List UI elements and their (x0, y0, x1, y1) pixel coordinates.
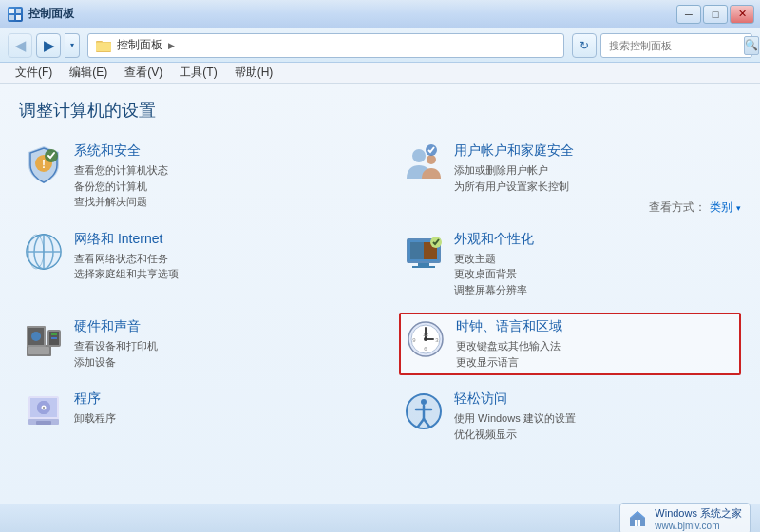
category-clock-language[interactable]: 12 6 9 3 时钟、语言和区域 更改键盘或其他输入法 更改显示语言 (399, 313, 741, 375)
svg-rect-2 (10, 15, 14, 20)
svg-rect-7 (96, 43, 111, 51)
system-security-link-1[interactable]: 查看您的计算机状态 (74, 162, 357, 179)
house-icon (628, 509, 647, 528)
address-bar: 控制面板 ▶ (87, 33, 564, 58)
svg-text:12: 12 (423, 332, 429, 337)
clock-language-link-2[interactable]: 更改显示语言 (456, 354, 735, 370)
search-button[interactable]: 🔍 (744, 36, 759, 55)
navigation-bar: ◀ ▶ ▾ 控制面板 ▶ ↻ 🔍 (0, 28, 760, 63)
hardware-link-2[interactable]: 添加设备 (74, 354, 357, 370)
network-text: 网络和 Internet 查看网络状态和任务 选择家庭组和共享选项 (74, 231, 357, 282)
clock-language-link-1[interactable]: 更改键盘或其他输入法 (456, 338, 735, 354)
view-dropdown-arrow[interactable]: ▾ (736, 203, 741, 213)
ease-access-link-1[interactable]: 使用 Windows 建议的设置 (454, 410, 737, 427)
maximize-button[interactable]: □ (703, 5, 728, 24)
category-system-security[interactable]: ! 系统和安全 查看您的计算机状态 备份您的计算机 查找并解决问题 (19, 137, 361, 216)
user-accounts-links: 添加或删除用户帐户 为所有用户设置家长控制 (454, 162, 737, 194)
network-title[interactable]: 网络和 Internet (74, 231, 357, 248)
user-accounts-link-2[interactable]: 为所有用户设置家长控制 (454, 179, 737, 195)
hardware-links: 查看设备和打印机 添加设备 (74, 338, 357, 370)
svg-point-11 (412, 149, 426, 162)
appearance-text: 外观和个性化 更改主题 更改桌面背景 调整屏幕分辨率 (454, 231, 737, 298)
svg-rect-1 (16, 9, 21, 13)
view-label: 查看方式： (649, 200, 706, 216)
refresh-button[interactable]: ↻ (572, 33, 597, 58)
clock-language-text: 时钟、语言和区域 更改键盘或其他输入法 更改显示语言 (456, 318, 735, 370)
minimize-button[interactable]: ─ (676, 5, 701, 24)
user-accounts-title[interactable]: 用户帐户和家庭安全 (454, 142, 737, 160)
user-accounts-link-1[interactable]: 添加或删除用户帐户 (454, 162, 737, 179)
category-network[interactable]: 网络和 Internet 查看网络状态和任务 选择家庭组和共享选项 (19, 225, 361, 304)
title-bar-left: 控制面板 (8, 6, 74, 22)
forward-button[interactable]: ▶ (36, 33, 61, 58)
svg-rect-25 (418, 263, 429, 266)
svg-point-53 (43, 407, 45, 408)
category-hardware[interactable]: 硬件和声音 查看设备和打印机 添加设备 (19, 313, 361, 375)
appearance-link-2[interactable]: 更改桌面背景 (454, 266, 737, 282)
menu-view[interactable]: 查看(V) (117, 63, 170, 83)
watermark: Windows 系统之家 www.bjmlv.com (619, 503, 750, 533)
system-security-icon: ! (23, 142, 65, 184)
menu-tools[interactable]: 工具(T) (172, 63, 224, 83)
category-programs[interactable]: 程序 卸载程序 (19, 385, 361, 447)
window-title: 控制面板 (28, 6, 74, 22)
system-security-title[interactable]: 系统和安全 (74, 142, 357, 160)
hardware-icon (23, 318, 65, 360)
page-title: 调整计算机的设置 (19, 99, 741, 122)
ease-access-title[interactable]: 轻松访问 (454, 390, 737, 408)
svg-point-41 (424, 337, 428, 341)
hardware-link-1[interactable]: 查看设备和打印机 (74, 338, 357, 354)
network-link-1[interactable]: 查看网络状态和任务 (74, 251, 357, 267)
appearance-link-3[interactable]: 调整屏幕分辨率 (454, 282, 737, 298)
system-security-links: 查看您的计算机状态 备份您的计算机 查找并解决问题 (74, 162, 357, 210)
programs-title[interactable]: 程序 (74, 390, 357, 408)
appearance-title[interactable]: 外观和个性化 (454, 231, 737, 248)
svg-point-12 (427, 155, 436, 164)
view-mode[interactable]: 类别 (710, 200, 732, 216)
svg-rect-35 (51, 333, 57, 335)
programs-links: 卸载程序 (74, 410, 357, 427)
menu-edit[interactable]: 编辑(E) (62, 63, 115, 83)
ease-access-text: 轻松访问 使用 Windows 建议的设置 优化视频显示 (454, 390, 737, 442)
clock-language-title[interactable]: 时钟、语言和区域 (456, 318, 735, 335)
programs-text: 程序 卸载程序 (74, 390, 357, 427)
system-security-link-2[interactable]: 备份您的计算机 (74, 179, 357, 195)
user-accounts-icon (403, 142, 445, 184)
watermark-info: Windows 系统之家 www.bjmlv.com (655, 506, 742, 531)
svg-rect-36 (51, 337, 57, 339)
svg-rect-3 (16, 15, 21, 20)
programs-icon (23, 390, 65, 432)
category-appearance[interactable]: 外观和个性化 更改主题 更改桌面背景 调整屏幕分辨率 (399, 225, 741, 304)
svg-point-32 (31, 332, 41, 341)
network-link-2[interactable]: 选择家庭组和共享选项 (74, 266, 357, 282)
menu-file[interactable]: 文件(F) (8, 63, 60, 83)
history-dropdown[interactable]: ▾ (65, 33, 80, 58)
ease-access-links: 使用 Windows 建议的设置 优化视频显示 (454, 410, 737, 442)
system-security-link-3[interactable]: 查找并解决问题 (74, 194, 357, 210)
hardware-title[interactable]: 硬件和声音 (74, 318, 357, 335)
search-input[interactable] (609, 40, 740, 51)
ease-access-link-2[interactable]: 优化视频显示 (454, 427, 737, 443)
ease-access-icon (403, 390, 445, 432)
watermark-url: www.bjmlv.com (655, 521, 742, 531)
svg-text:!: ! (42, 158, 46, 171)
programs-link-1[interactable]: 卸载程序 (74, 410, 357, 427)
search-bar: 🔍 (600, 33, 752, 58)
content-area: 调整计算机的设置 查看方式： 类别 ▾ ! (0, 84, 760, 504)
user-accounts-text: 用户帐户和家庭安全 添加或删除用户帐户 为所有用户设置家长控制 (454, 142, 737, 194)
window-icon (8, 7, 23, 22)
hardware-text: 硬件和声音 查看设备和打印机 添加设备 (74, 318, 357, 370)
svg-point-56 (421, 399, 427, 405)
back-button[interactable]: ◀ (8, 33, 32, 58)
menu-help[interactable]: 帮助(H) (227, 63, 281, 83)
svg-rect-50 (36, 421, 51, 425)
watermark-brand: Windows 系统之家 (655, 506, 742, 521)
appearance-link-1[interactable]: 更改主题 (454, 251, 737, 267)
system-security-text: 系统和安全 查看您的计算机状态 备份您的计算机 查找并解决问题 (74, 142, 357, 210)
category-ease-access[interactable]: 轻松访问 使用 Windows 建议的设置 优化视频显示 (399, 385, 741, 447)
folder-icon (96, 38, 111, 53)
view-selector: 查看方式： 类别 ▾ (649, 200, 741, 216)
close-button[interactable]: ✕ (730, 5, 754, 24)
address-arrow: ▶ (168, 41, 175, 50)
menu-bar: 文件(F) 编辑(E) 查看(V) 工具(T) 帮助(H) (0, 63, 760, 84)
